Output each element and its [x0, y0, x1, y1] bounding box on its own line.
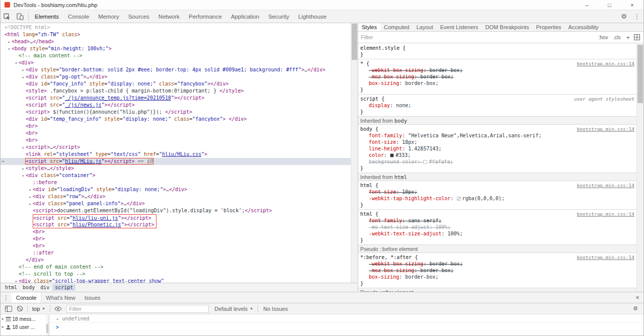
tree-node[interactable]: <link rel="stylesheet" type="text/css" h… — [1, 151, 351, 158]
console-settings-gear-icon[interactable]: ⚙ — [630, 304, 641, 314]
color-swatch[interactable] — [423, 160, 427, 164]
close-console-icon[interactable]: × — [631, 294, 643, 301]
tree-node[interactable]: ⋯<script src="hliu/HLiu.js"></script> ==… — [1, 158, 351, 165]
rule-selector[interactable]: html — [360, 211, 372, 217]
collapsed-arrow-icon[interactable]: ▸ — [7, 39, 12, 46]
tree-node[interactable]: <!-- main content --> — [1, 52, 351, 59]
expanded-arrow-icon[interactable]: ▾ — [14, 278, 19, 283]
tree-node[interactable]: <br> — [1, 130, 351, 137]
close-button[interactable]: × — [621, 0, 643, 10]
tab-network[interactable]: Network — [154, 10, 184, 23]
tree-node[interactable]: <script src="_/js/announce_temp.js?time=… — [1, 95, 351, 102]
tree-node[interactable]: <!DOCTYPE html> — [1, 24, 351, 31]
tab-dom-breakpoints[interactable]: DOM Breakpoints — [482, 23, 533, 31]
console-sidebar-item[interactable]: ▸18 mess... — [1, 315, 49, 323]
tree-node[interactable]: <script src="hliu/liu-uni.js"></script> — [1, 214, 351, 221]
tree-node[interactable]: ▸<div id="loadingDiv" style="display: no… — [1, 186, 351, 193]
stylesheet-source-link[interactable]: bootstrap.min.css:14 — [577, 126, 634, 132]
settings-gear-icon[interactable]: ⚙ — [617, 10, 630, 23]
tree-node[interactable]: <div id="temp_fancy_info" style="display… — [1, 116, 351, 123]
elements-scrollbar[interactable] — [351, 23, 358, 283]
tab-accessibility[interactable]: Accessibility — [565, 23, 602, 31]
tree-node[interactable]: <br> — [1, 242, 351, 249]
computed-styles-sidebar-grid-icon[interactable] — [633, 33, 641, 41]
tab-performance[interactable]: Performance — [184, 10, 226, 23]
rule-selector[interactable]: body — [360, 126, 372, 132]
tab-lighthouse[interactable]: Lighthouse — [294, 10, 331, 23]
tree-node[interactable]: ::before — [1, 179, 351, 186]
tab-styles[interactable]: Styles — [358, 23, 380, 31]
tab-computed[interactable]: Computed — [380, 23, 413, 31]
tree-node[interactable]: <div id="fancy_info" style="display: non… — [1, 80, 351, 88]
stylesheet-source-link[interactable]: bootstrap.min.css:14 — [577, 182, 634, 189]
rule-selector[interactable]: element.style — [360, 45, 399, 51]
inherited-node-link[interactable]: body — [394, 118, 407, 124]
tree-node[interactable]: <br> — [1, 235, 351, 242]
javascript-context-selector[interactable]: top ▼ — [32, 306, 45, 312]
breadcrumb-item-div[interactable]: div — [38, 284, 52, 291]
css-property[interactable]: font-family: sans-serif; — [360, 217, 634, 224]
rule-selector[interactable]: script — [360, 96, 378, 102]
tree-node[interactable]: ▸<div class="row">…</div> — [1, 193, 351, 200]
tree-node[interactable]: ▾<div class="container"> — [1, 172, 351, 179]
tree-node[interactable]: <script src="_/js/news.js"></script> — [1, 102, 351, 109]
tree-node[interactable]: ▾<div> — [1, 59, 351, 66]
css-property[interactable]: line-height: 1.42857143; — [360, 145, 634, 152]
console-sidebar-item[interactable]: ▸18 user ... — [1, 323, 49, 331]
tree-node[interactable]: </div> — [1, 257, 351, 264]
tab-layout[interactable]: Layout — [413, 23, 437, 31]
tab-properties[interactable]: Properties — [532, 23, 565, 31]
console-filter-input[interactable] — [66, 305, 209, 313]
css-property[interactable]: -webkit-tap-highlight-color: rgba(0,0,0,… — [360, 195, 634, 202]
console-sidebar-toggle-icon[interactable] — [3, 304, 14, 314]
css-property[interactable]: -webkit-box-sizing: border-box; — [360, 67, 634, 73]
tab-elements[interactable]: Elements — [30, 10, 63, 23]
css-property[interactable]: font-family: "Helvetica Neue",Helvetica,… — [360, 132, 634, 139]
minimize-button[interactable]: – — [576, 0, 598, 10]
collapsed-arrow-icon[interactable]: ▸ — [21, 74, 26, 81]
hov-toggle[interactable]: :hov — [599, 35, 608, 40]
tree-node[interactable]: ▸<div class="pg-opt">…</div> — [1, 73, 351, 80]
console-menu-icon[interactable]: ⋮ — [1, 294, 12, 301]
css-property[interactable]: -webkit-box-sizing: border-box; — [360, 261, 634, 267]
inspect-element-icon[interactable] — [1, 10, 14, 23]
tab-what-s-new[interactable]: What's New — [41, 292, 79, 303]
css-property[interactable]: font-size: 10px; — [360, 189, 634, 195]
collapsed-arrow-icon[interactable]: ▸ — [2, 317, 4, 321]
css-property[interactable]: -moz-box-sizing: border-box; — [360, 73, 634, 80]
stylesheet-source-link[interactable]: bootstrap.min.css:14 — [577, 254, 634, 261]
styles-scrollbar[interactable] — [636, 44, 643, 292]
tree-node[interactable]: <style> .fancybox > p:last-child { margi… — [1, 88, 351, 95]
collapsed-arrow-icon[interactable]: ▸ — [28, 187, 33, 194]
scrollbar-thumb[interactable] — [637, 45, 643, 103]
tree-node[interactable]: ▸<script>…</script> — [1, 144, 351, 151]
console-prompt[interactable]: > — [49, 323, 643, 331]
tree-node[interactable]: ▸<div style="border-bottom: solid 2px #e… — [1, 66, 351, 73]
node-overflow-dots[interactable]: ⋯ — [2, 158, 4, 165]
css-property[interactable]: background-color: #fafafa; — [360, 158, 634, 165]
scrollbar-thumb[interactable] — [352, 24, 357, 60]
stylesheet-source-link[interactable]: bootstrap.min.css:14 — [577, 211, 634, 217]
tab-console[interactable]: Console — [12, 292, 41, 303]
tab-console[interactable]: Console — [63, 10, 94, 23]
cls-toggle[interactable]: .cls — [613, 35, 620, 40]
styles-filter-input[interactable] — [361, 34, 596, 40]
css-property[interactable]: box-sizing: border-box; — [360, 80, 634, 87]
tree-node[interactable]: <script> $(function(){announce("hliu.php… — [1, 109, 351, 116]
maximize-button[interactable]: □ — [598, 0, 621, 10]
tree-node[interactable]: ▾<body style="min-height: 100vh;"> — [1, 45, 351, 52]
collapsed-arrow-icon[interactable]: ▸ — [2, 325, 4, 329]
tree-node[interactable]: <html lang="zh-TW" class> — [1, 31, 351, 38]
tab-application[interactable]: Application — [226, 10, 264, 23]
scrollbar-thumb[interactable] — [46, 324, 48, 333]
css-property[interactable]: box-sizing: border-box; — [360, 274, 634, 280]
inherited-node-link[interactable]: html — [394, 174, 407, 180]
log-levels-dropdown[interactable]: Default levels ▼ — [214, 306, 253, 312]
rule-selector[interactable]: *:before, *:after — [360, 255, 412, 260]
css-property[interactable]: -webkit-text-size-adjust: 100%; — [360, 230, 634, 237]
expanded-arrow-icon[interactable]: ▾ — [7, 46, 12, 53]
tab-issues[interactable]: Issues — [80, 292, 105, 303]
collapsed-arrow-icon[interactable]: ▸ — [21, 165, 26, 173]
tree-node[interactable]: <script src="hliu/Phonetic.js"></script> — [1, 221, 351, 228]
tree-node[interactable]: <!-- scroll to top --> — [1, 271, 351, 278]
